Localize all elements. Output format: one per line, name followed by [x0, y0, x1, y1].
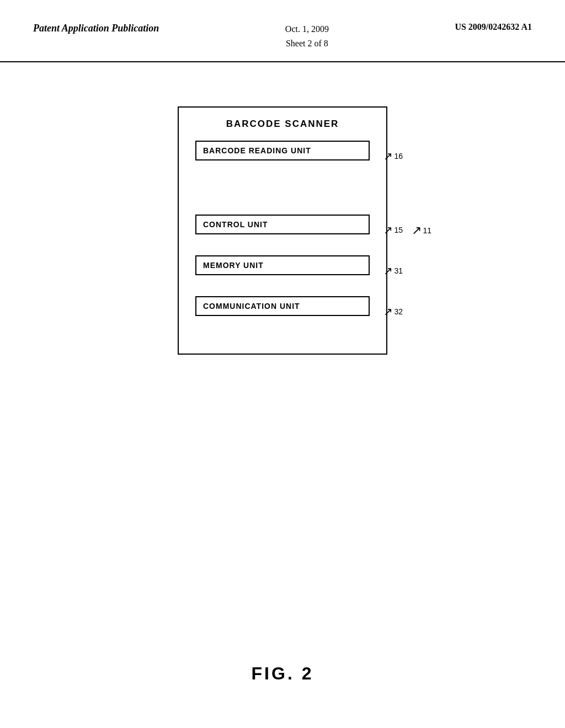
box-row-control: CONTROL UNIT ↗ 15 — [195, 215, 370, 245]
box-row-barcode-reading: BARCODE READING UNIT ↗ 16 — [195, 141, 370, 172]
ref-line-mark-16: ↗ — [383, 151, 393, 162]
outer-ref-line-mark: ↗ — [412, 224, 422, 237]
box-row-inner-control: CONTROL UNIT ↗ 15 — [195, 215, 370, 245]
ref-line-mark-32: ↗ — [383, 306, 393, 317]
ref-label-31: ↗ 31 — [383, 265, 403, 276]
box-row-memory: MEMORY UNIT ↗ 31 — [195, 255, 370, 286]
ref-line-mark-15: ↗ — [383, 224, 393, 235]
ref-label-15: ↗ 15 — [383, 224, 403, 235]
ref-num-32: 32 — [394, 307, 403, 316]
outer-box-barcode-scanner: BARCODE SCANNER BARCODE READING UNIT ↗ 1… — [178, 106, 387, 355]
barcode-reading-label: BARCODE READING UNIT — [203, 146, 311, 155]
header-center: Oct. 1, 2009 Sheet 2 of 8 — [285, 22, 329, 50]
figure-caption: FIG. 2 — [252, 663, 314, 684]
patent-number: US 2009/0242632 A1 — [455, 22, 532, 32]
box-row-inner-communication: COMMUNICATION UNIT ↗ 32 — [195, 296, 370, 327]
ref-line-mark-31: ↗ — [383, 265, 393, 276]
diagram-wrapper: BARCODE SCANNER BARCODE READING UNIT ↗ 1… — [178, 106, 387, 355]
spacer — [195, 181, 370, 215]
inner-box-barcode-reading: BARCODE READING UNIT — [195, 141, 370, 160]
publication-label: Patent Application Publication — [33, 22, 159, 35]
outer-ref-num-11: 11 — [423, 226, 431, 235]
outer-ref-11: ↗ 11 — [412, 224, 431, 237]
diagram-container: BARCODE SCANNER BARCODE READING UNIT ↗ 1… — [0, 106, 565, 355]
ref-label-32: ↗ 32 — [383, 306, 403, 317]
memory-unit-label: MEMORY UNIT — [203, 261, 264, 270]
page-header: Patent Application Publication Oct. 1, 2… — [0, 0, 565, 62]
control-unit-label: CONTROL UNIT — [203, 220, 268, 229]
outer-box-title: BARCODE SCANNER — [195, 119, 370, 130]
inner-box-memory: MEMORY UNIT — [195, 255, 370, 275]
inner-box-communication: COMMUNICATION UNIT — [195, 296, 370, 316]
inner-box-control: CONTROL UNIT — [195, 215, 370, 234]
communication-unit-label: COMMUNICATION UNIT — [203, 302, 300, 311]
sheet-info: Sheet 2 of 8 — [285, 36, 329, 51]
publication-date: Oct. 1, 2009 — [285, 22, 329, 36]
ref-num-31: 31 — [394, 266, 403, 275]
ref-label-16: ↗ 16 — [383, 151, 403, 162]
box-row-inner-memory: MEMORY UNIT ↗ 31 — [195, 255, 370, 286]
ref-num-15: 15 — [394, 226, 403, 234]
box-row-communication: COMMUNICATION UNIT ↗ 32 — [195, 296, 370, 327]
ref-num-16: 16 — [394, 152, 403, 160]
box-row-inner: BARCODE READING UNIT ↗ 16 — [195, 141, 370, 172]
